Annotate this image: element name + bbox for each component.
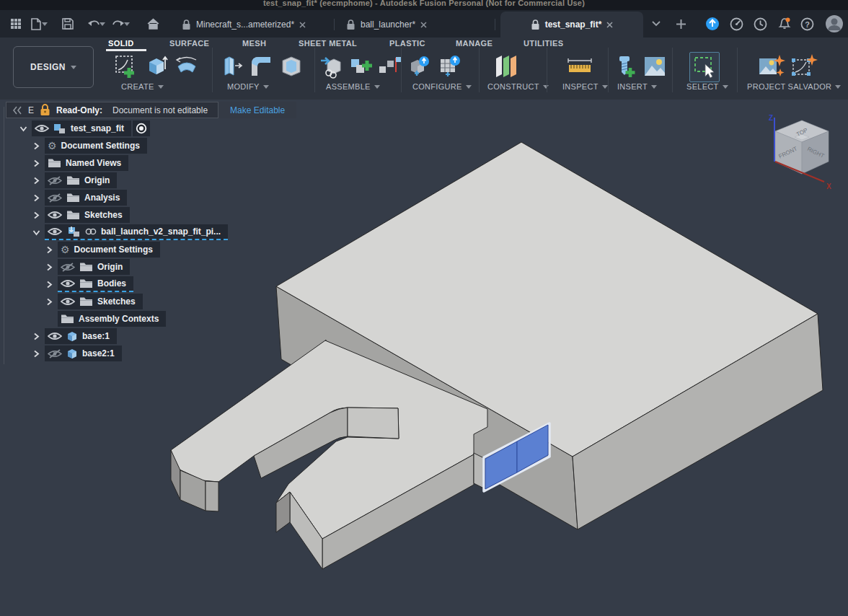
- measure-icon[interactable]: [565, 52, 594, 81]
- assemble-group-dropdown[interactable]: ASSEMBLE: [326, 82, 380, 91]
- expand-chevron-icon[interactable]: [33, 194, 40, 202]
- configure-group-dropdown[interactable]: CONFIGURE: [412, 82, 472, 91]
- home-view-icon[interactable]: [144, 15, 162, 32]
- user-avatar[interactable]: [825, 14, 844, 33]
- browser-row[interactable]: Named Views: [0, 154, 238, 172]
- create-group-dropdown[interactable]: CREATE: [121, 82, 164, 91]
- browser-row[interactable]: ⚙Document Settings: [0, 137, 238, 154]
- browser-row[interactable]: Assembly Contexts: [0, 310, 238, 327]
- document-tab-ball-launcher[interactable]: ball_launcher*: [339, 12, 495, 38]
- visibility-eye-off-icon[interactable]: [48, 193, 62, 203]
- collapse-chevrons-icon[interactable]: [12, 106, 22, 115]
- configuration-table-icon[interactable]: [436, 52, 464, 81]
- expand-chevron-icon[interactable]: [33, 211, 40, 219]
- expand-chevron-icon[interactable]: [46, 246, 53, 254]
- insert-group-dropdown[interactable]: INSERT: [617, 82, 657, 91]
- browser-row[interactable]: Analysis: [0, 189, 238, 206]
- visibility-eye-icon[interactable]: [48, 226, 62, 237]
- salvador-sketch-icon[interactable]: [789, 52, 818, 81]
- browser-row[interactable]: Origin: [0, 172, 238, 189]
- visibility-eye-icon[interactable]: [61, 296, 75, 307]
- extensions-icon[interactable]: [728, 15, 745, 32]
- joint-icon[interactable]: [375, 52, 404, 81]
- create-sketch-icon[interactable]: [112, 52, 141, 81]
- app-grid-icon[interactable]: [7, 15, 25, 32]
- document-tab-minecraft[interactable]: Minecraft_s...ameterized*: [175, 12, 333, 38]
- close-icon[interactable]: [420, 22, 427, 28]
- expand-chevron-icon[interactable]: [33, 350, 40, 358]
- browser-row[interactable]: ball_launch_v2_snap_fit_pi...: [0, 224, 238, 241]
- visibility-eye-icon[interactable]: [61, 278, 75, 289]
- expand-chevron-icon[interactable]: [46, 298, 53, 306]
- close-icon[interactable]: [606, 22, 613, 28]
- close-icon[interactable]: [299, 22, 306, 28]
- construct-group-dropdown[interactable]: CONSTRUCT: [487, 82, 549, 91]
- title-bar: test_snap_fit* (eecmphome) - Autodesk Fu…: [0, 0, 848, 10]
- salvador-image-icon[interactable]: [757, 52, 786, 81]
- visibility-eye-off-icon[interactable]: [48, 175, 62, 186]
- expand-chevron-icon[interactable]: [46, 263, 53, 271]
- new-component-icon[interactable]: [346, 52, 375, 81]
- browser-row[interactable]: base:1: [0, 327, 238, 345]
- modify-group-dropdown[interactable]: MODIFY: [227, 82, 269, 91]
- job-status-icon[interactable]: [704, 15, 721, 32]
- browser-row[interactable]: test_snap_fit: [0, 120, 238, 137]
- notifications-bell-icon[interactable]: [776, 15, 793, 32]
- tab-list-chevron-icon[interactable]: [648, 15, 665, 32]
- file-menu-caret-icon[interactable]: [40, 15, 49, 32]
- active-tab-underline: [106, 49, 146, 51]
- ribbon-tab-mesh[interactable]: MESH: [242, 39, 266, 48]
- ribbon-tab-utilities[interactable]: UTILITIES: [524, 39, 564, 48]
- activate-component-radio[interactable]: [136, 123, 147, 134]
- insert-mcmaster-icon[interactable]: [611, 52, 640, 81]
- ribbon-tab-sheet-metal[interactable]: SHEET METAL: [299, 39, 357, 48]
- ribbon-tab-plastic[interactable]: PLASTIC: [389, 39, 425, 48]
- collapse-chevron-icon[interactable]: [32, 229, 40, 236]
- document-tab-test-snap-fit[interactable]: test_snap_fit*: [500, 12, 643, 38]
- extrude-icon[interactable]: [142, 52, 171, 81]
- ribbon-tab-manage[interactable]: MANAGE: [456, 39, 493, 48]
- expand-chevron-icon[interactable]: [33, 159, 40, 167]
- x-axis-label: X: [826, 182, 831, 190]
- configure-icon[interactable]: [405, 52, 434, 81]
- history-clock-icon[interactable]: [751, 15, 769, 32]
- insert-derive-icon[interactable]: [317, 52, 346, 81]
- browser-row[interactable]: Sketches: [0, 206, 238, 224]
- expand-chevron-icon[interactable]: [33, 177, 40, 185]
- visibility-eye-icon[interactable]: [48, 210, 62, 220]
- shell-icon[interactable]: [277, 52, 306, 81]
- design-workspace-selector[interactable]: DESIGN: [13, 46, 94, 88]
- visibility-eye-icon[interactable]: [48, 331, 62, 341]
- expand-chevron-icon[interactable]: [33, 333, 40, 340]
- visibility-eye-off-icon[interactable]: [61, 262, 75, 273]
- ribbon-tab-surface[interactable]: SURFACE: [169, 39, 209, 48]
- collapse-chevron-icon[interactable]: [19, 126, 27, 132]
- insert-canvas-icon[interactable]: [640, 52, 669, 81]
- ribbon-tab-solid[interactable]: SOLID: [108, 39, 134, 48]
- visibility-eye-off-icon[interactable]: [48, 348, 62, 359]
- undo-caret-icon[interactable]: [98, 15, 107, 32]
- help-icon[interactable]: ?: [798, 15, 816, 32]
- revolve-icon[interactable]: [172, 52, 201, 81]
- browser-row[interactable]: base2:1: [0, 345, 238, 362]
- redo-caret-icon[interactable]: [123, 15, 131, 32]
- press-pull-icon[interactable]: [216, 52, 245, 81]
- expand-chevron-icon[interactable]: [33, 142, 40, 150]
- fillet-icon[interactable]: [247, 52, 275, 81]
- construct-plane-icon[interactable]: [492, 52, 521, 81]
- select-tool-button[interactable]: [689, 52, 720, 82]
- select-group-dropdown[interactable]: SELECT: [686, 82, 728, 91]
- make-editable-button[interactable]: Make Editable: [218, 102, 296, 118]
- browser-row[interactable]: Origin: [0, 258, 238, 276]
- slot-end-wall[interactable]: [348, 408, 399, 439]
- expand-chevron-icon[interactable]: [46, 281, 53, 289]
- project-salvador-group-dropdown[interactable]: PROJECT SALVADOR: [747, 82, 841, 91]
- inspect-group-dropdown[interactable]: INSPECT: [562, 82, 608, 91]
- browser-row[interactable]: ⚙Document Settings: [0, 241, 238, 258]
- arm-tip-front-face[interactable]: [206, 481, 218, 511]
- new-tab-plus-icon[interactable]: [672, 15, 689, 32]
- visibility-eye-icon[interactable]: [35, 123, 49, 133]
- browser-row[interactable]: Bodies: [0, 276, 238, 293]
- save-button[interactable]: [59, 15, 76, 32]
- browser-row[interactable]: Sketches: [0, 293, 238, 310]
